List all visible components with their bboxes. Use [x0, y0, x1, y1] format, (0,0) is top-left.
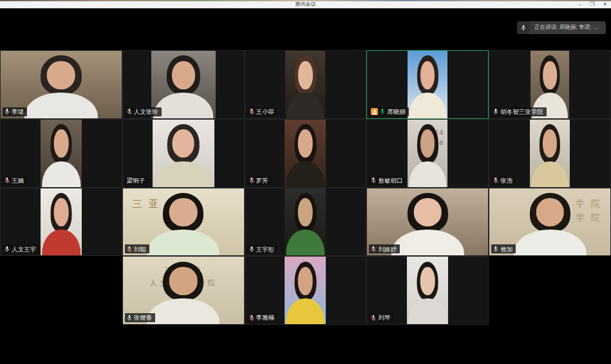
figure-face — [47, 61, 75, 89]
mic-status-icon — [493, 246, 498, 253]
participant-video — [407, 257, 448, 324]
host-icon — [371, 108, 378, 115]
participant-figure — [515, 188, 585, 256]
participant-name: 王宇彤 — [256, 246, 275, 253]
mic-status-icon — [249, 246, 254, 253]
participant-video — [41, 120, 82, 187]
participant-name-label: 王小菲 — [247, 107, 278, 116]
figure-face — [53, 198, 68, 226]
participant-video — [530, 120, 570, 187]
participant-tile[interactable]: 学 院学 院 曾加 — [489, 188, 611, 257]
close-button[interactable]: ✕ — [603, 2, 607, 7]
minimize-button[interactable]: – — [579, 2, 581, 7]
video-grid: 李珺 人文张玲 — [0, 50, 611, 325]
mic-status-icon — [493, 177, 498, 184]
participant-tile[interactable]: 李珺 — [0, 50, 122, 119]
participant-tile[interactable]: 刘琴 — [366, 256, 489, 325]
participant-tile[interactable]: 王小菲 — [245, 50, 367, 119]
participant-video — [285, 51, 325, 118]
mic-status-icon — [249, 177, 254, 184]
participant-tile[interactable]: 三 亚 刘聪 — [122, 188, 245, 257]
participant-name-label: 王宇彤 — [247, 244, 278, 253]
participant-figure — [148, 188, 218, 256]
figure-face — [413, 198, 442, 226]
participant-figure — [287, 188, 324, 256]
figure-face — [172, 129, 194, 158]
participant-tile[interactable]: 人文张玲 — [122, 50, 245, 119]
figure-body — [147, 298, 220, 324]
participant-name: 李雅楠 — [256, 314, 275, 321]
participant-video — [285, 257, 326, 324]
participant-tile[interactable]: 张浩 — [489, 119, 611, 188]
participant-name: 李珺 — [12, 109, 24, 115]
figure-body — [531, 161, 569, 187]
figure-body — [391, 230, 464, 255]
figure-face — [172, 61, 195, 89]
window-titlebar: 腾讯会议 – ❐ ✕ — [0, 1, 611, 8]
figure-body — [42, 161, 80, 187]
participant-tile[interactable]: 刘姝妤 — [366, 188, 489, 257]
participant-tile[interactable]: 梁明子 — [122, 119, 245, 188]
participant-name-label: 胡冬智三亚学院 — [491, 107, 547, 116]
participant-tile[interactable]: 王宇彤 — [245, 188, 367, 257]
figure-body — [513, 230, 586, 255]
participant-tile[interactable]: 罗芳 — [245, 119, 367, 188]
participant-video — [153, 120, 214, 187]
participant-figure — [409, 257, 446, 324]
figure-face — [420, 129, 435, 158]
figure-body — [408, 298, 447, 324]
now-speaking-text: 正在讲话: 席晓丽; 李珺; 张耀春... — [530, 24, 606, 32]
figure-body — [24, 93, 97, 118]
participant-name: 王小菲 — [256, 109, 275, 115]
figure-body — [153, 93, 214, 118]
figure-body — [409, 161, 446, 187]
mic-status-icon — [249, 108, 254, 115]
mic-status-icon — [380, 108, 385, 115]
participant-name: 刘聪 — [134, 246, 146, 253]
mic-status-icon — [5, 108, 10, 115]
participant-name-label: 李珺 — [3, 107, 27, 116]
figure-face — [298, 198, 313, 226]
mic-status-icon — [5, 177, 10, 184]
participant-tile[interactable]: 三亚学院人文与传播学院 张耀春 — [122, 256, 245, 325]
participant-name-label: 席晓丽 — [369, 107, 409, 116]
restore-button[interactable]: ❐ — [590, 2, 594, 7]
participant-name: 人文张玲 — [134, 109, 158, 115]
participant-figure — [42, 188, 80, 256]
figure-face — [53, 129, 68, 158]
participant-tile[interactable]: 胡冬智三亚学院 — [489, 50, 611, 119]
participant-name: 席晓丽 — [387, 109, 406, 115]
participant-tile[interactable]: 席晓丽 — [366, 50, 489, 119]
mic-status-icon — [127, 108, 132, 115]
participant-name-label: 梁明子 — [125, 176, 149, 185]
participant-tile[interactable]: 李雅楠 — [245, 256, 367, 325]
participant-name: 人文王宇 — [12, 246, 36, 253]
participant-tile[interactable]: Oh là là 敖敏胡口 — [366, 119, 489, 188]
mic-status-icon — [249, 314, 254, 322]
participant-name-label: 敖敏胡口 — [369, 176, 406, 185]
mic-status-icon — [5, 246, 10, 253]
participant-figure — [42, 120, 80, 187]
participant-name-label: 张耀春 — [125, 313, 156, 322]
participant-name: 张浩 — [500, 177, 512, 184]
participant-tile[interactable]: 人文王宇 — [0, 188, 122, 257]
figure-face — [543, 61, 557, 89]
figure-face — [169, 198, 198, 226]
participant-name-label: 刘姝妤 — [369, 244, 400, 253]
mic-status-icon — [127, 246, 132, 253]
participant-name: 敖敏胡口 — [378, 177, 402, 184]
participant-name: 罗芳 — [256, 177, 268, 184]
mic-status-icon — [371, 246, 376, 253]
participant-figure — [155, 120, 211, 187]
participant-name: 曾加 — [500, 246, 512, 253]
participant-name: 王娲 — [12, 177, 24, 184]
figure-face — [169, 267, 198, 295]
participant-tile[interactable]: 王娲 — [0, 119, 122, 188]
participant-name-label: 张浩 — [491, 176, 516, 185]
participant-figure — [148, 257, 218, 324]
figure-face — [298, 267, 313, 295]
participant-name-label: 王娲 — [3, 176, 27, 185]
figure-body — [147, 230, 220, 255]
participant-name: 刘琴 — [378, 314, 390, 321]
participant-video — [408, 51, 447, 118]
